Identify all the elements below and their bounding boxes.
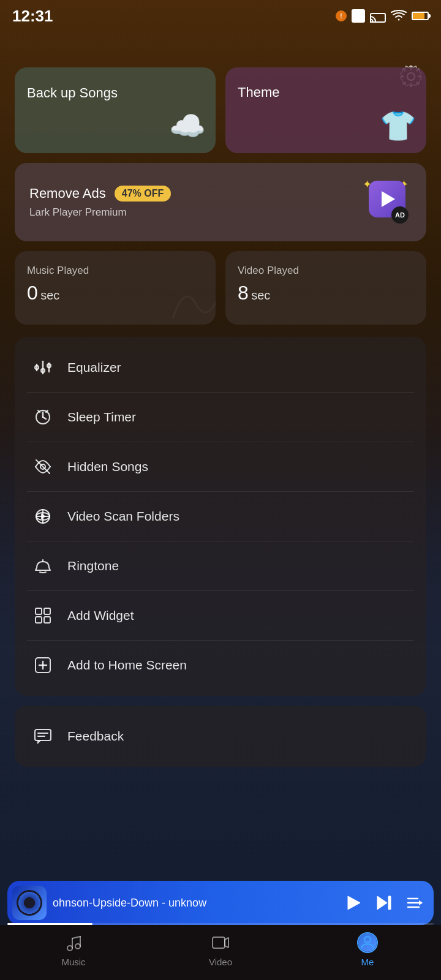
ads-title-row: Remove Ads 47% OFF xyxy=(29,186,171,202)
music-played-unit: sec xyxy=(40,288,59,302)
video-played-value: 8 xyxy=(238,282,249,304)
svg-rect-23 xyxy=(36,617,42,623)
music-nav-icon xyxy=(63,932,84,953)
nav-item-me[interactable]: Me xyxy=(294,932,441,967)
svg-point-45 xyxy=(364,937,371,943)
playback-progress-fill xyxy=(7,923,92,925)
video-scan-label: Video Scan Folders xyxy=(67,509,179,524)
svg-line-11 xyxy=(43,417,46,419)
feedback-label: Feedback xyxy=(67,729,124,744)
menu-item-ringtone[interactable]: Ringtone xyxy=(15,541,426,590)
sleep-timer-label: Sleep Timer xyxy=(67,410,136,424)
playback-progress xyxy=(7,923,434,925)
album-art-inner xyxy=(12,886,47,920)
play-button[interactable] xyxy=(344,894,363,912)
video-played-card: Video Played 8 sec xyxy=(225,251,426,325)
cast-icon xyxy=(370,9,386,23)
video-nav-icon xyxy=(210,932,231,953)
menu-item-feedback[interactable]: Feedback xyxy=(15,712,426,761)
equalizer-label: Equalizer xyxy=(67,360,121,375)
vinyl-icon xyxy=(17,890,42,916)
nav-item-music[interactable]: Music xyxy=(0,932,147,967)
ads-icon-area: ✦ ✦ AD xyxy=(363,178,412,227)
ads-title: Remove Ads xyxy=(29,186,106,202)
sleep-timer-icon xyxy=(32,406,54,428)
menu-item-add-home[interactable]: Add to Home Screen xyxy=(15,641,426,690)
svg-point-39 xyxy=(75,944,80,949)
status-bar: 12:31 ! xyxy=(0,0,441,31)
svg-rect-22 xyxy=(44,608,50,614)
bottom-navigation: Music Video Me xyxy=(0,925,441,980)
svg-marker-44 xyxy=(225,938,228,948)
square-icon xyxy=(352,9,365,23)
add-home-icon xyxy=(32,654,54,676)
play-triangle-icon xyxy=(382,191,395,207)
menu-item-video-scan[interactable]: Video Scan Folders xyxy=(15,492,426,541)
svg-rect-33 xyxy=(388,896,391,910)
video-nav-label: Video xyxy=(209,957,232,967)
status-time: 12:31 xyxy=(12,7,53,26)
backup-songs-label: Back up Songs xyxy=(27,85,203,102)
svg-line-15 xyxy=(36,460,50,473)
music-wave-decoration xyxy=(167,270,216,325)
nav-item-video[interactable]: Video xyxy=(147,932,294,967)
ringtone-label: Ringtone xyxy=(67,559,119,573)
me-nav-label: Me xyxy=(361,957,374,967)
top-cards-row: Back up Songs ☁️ Theme 👕 xyxy=(15,67,426,153)
ringtone-icon xyxy=(32,555,54,577)
svg-rect-24 xyxy=(44,617,50,623)
svg-marker-32 xyxy=(377,896,387,910)
add-widget-label: Add Widget xyxy=(67,608,134,623)
feedback-card: Feedback xyxy=(15,706,426,767)
user-avatar xyxy=(357,932,378,953)
svg-marker-37 xyxy=(419,900,423,905)
menu-item-equalizer[interactable]: Equalizer xyxy=(15,343,426,392)
hidden-songs-label: Hidden Songs xyxy=(67,459,148,474)
stats-row: Music Played 0 sec Video Played 8 sec xyxy=(15,251,426,325)
menu-item-sleep-timer[interactable]: Sleep Timer xyxy=(15,393,426,442)
theme-card[interactable]: Theme 👕 xyxy=(225,67,426,153)
now-playing-bar[interactable]: ohnson-Upside-Down - unknow xyxy=(7,881,434,925)
svg-point-38 xyxy=(67,946,72,951)
menu-card: Equalizer Sleep Timer xyxy=(15,337,426,696)
svg-rect-28 xyxy=(35,729,51,741)
hidden-songs-icon xyxy=(32,456,54,478)
battery-icon xyxy=(412,12,429,20)
album-art xyxy=(12,886,47,920)
menu-item-hidden-songs[interactable]: Hidden Songs xyxy=(15,442,426,491)
me-nav-icon xyxy=(357,932,378,953)
svg-rect-43 xyxy=(213,937,225,948)
add-home-label: Add to Home Screen xyxy=(67,658,187,673)
remove-ads-card[interactable]: Remove Ads 47% OFF Lark Player Premium ✦… xyxy=(15,163,426,241)
backup-songs-card[interactable]: Back up Songs ☁️ xyxy=(15,67,216,153)
ads-left: Remove Ads 47% OFF Lark Player Premium xyxy=(29,186,171,219)
video-played-value-row: 8 sec xyxy=(238,282,414,304)
notification-icon: ! xyxy=(336,10,347,21)
cards-area: Back up Songs ☁️ Theme 👕 Remove Ads 47% … xyxy=(0,67,441,767)
ad-small-badge: AD xyxy=(391,206,409,224)
menu-item-add-widget[interactable]: Add Widget xyxy=(15,591,426,640)
queue-button[interactable] xyxy=(405,894,424,912)
feedback-icon xyxy=(32,725,54,747)
ads-discount-badge: 47% OFF xyxy=(115,186,171,202)
now-playing-title: ohnson-Upside-Down - unknow xyxy=(53,897,338,910)
equalizer-icon xyxy=(32,356,54,379)
svg-line-42 xyxy=(72,937,80,938)
backup-cloud-icon: ☁️ xyxy=(169,109,206,143)
theme-label: Theme xyxy=(238,85,414,100)
music-played-value: 0 xyxy=(27,282,38,304)
next-button[interactable] xyxy=(375,894,393,912)
svg-marker-31 xyxy=(348,896,360,910)
theme-shirt-icon: 👕 xyxy=(380,109,417,143)
add-widget-icon xyxy=(32,605,54,627)
ads-subtitle: Lark Player Premium xyxy=(29,206,127,218)
music-played-card: Music Played 0 sec xyxy=(15,251,216,325)
video-scan-icon xyxy=(32,505,54,527)
wifi-icon xyxy=(391,10,407,22)
playback-controls xyxy=(344,894,424,912)
avatar-inner xyxy=(358,933,377,952)
video-played-unit: sec xyxy=(251,288,270,302)
status-icons: ! xyxy=(336,9,429,23)
video-played-label: Video Played xyxy=(238,265,414,277)
svg-rect-21 xyxy=(36,608,42,614)
